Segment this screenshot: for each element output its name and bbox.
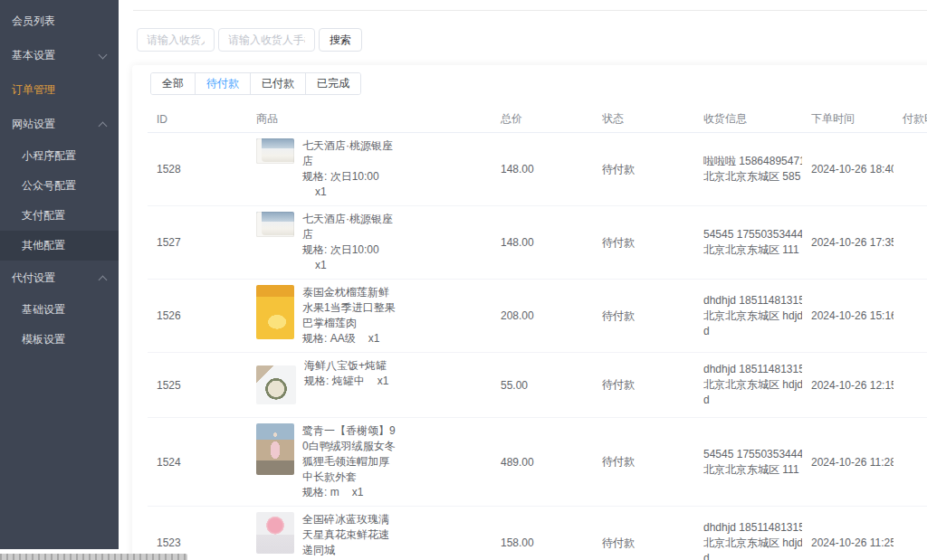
receiver-name-phone: dhdhjd 18511481315 — [703, 293, 802, 308]
sidebar-item-site-settings[interactable]: 网站设置 — [0, 107, 119, 141]
sidebar-item-label: 代付设置 — [12, 271, 55, 286]
receiver-address: 北京北京东城区 585 — [703, 169, 802, 185]
order-time: 2024-10-26 17:35 — [811, 236, 894, 249]
pay-time — [894, 353, 927, 418]
sidebar-item-order-management[interactable]: 订单管理 — [0, 72, 119, 107]
sidebar-item-base-settings[interactable]: 基础设置 — [0, 295, 119, 325]
pay-time — [894, 280, 927, 353]
chevron-up-icon — [99, 122, 108, 131]
tab-pending-payment[interactable]: 待付款 — [195, 73, 250, 94]
product-qty: x1 — [377, 374, 389, 389]
product-title: 泰国金枕榴莲新鲜水果1当季进口整果巴掌榴莲肉 — [302, 286, 396, 329]
sidebar-item-label: 基本设置 — [12, 48, 55, 63]
product-image — [256, 138, 294, 164]
order-id: 1526 — [148, 280, 247, 353]
product-qty: x1 — [315, 185, 327, 200]
order-price: 158.00 — [492, 507, 593, 560]
sidebar-item-label: 模板设置 — [22, 332, 65, 347]
order-price: 208.00 — [492, 280, 593, 353]
order-time: 2024-10-26 12:15 — [811, 379, 894, 392]
order-time: 2024-10-26 15:16 — [811, 309, 894, 322]
product-image — [256, 365, 296, 404]
sidebar: 会员列表 基本设置 订单管理 网站设置 小程序配置 公众号配置 支付配置 其他配… — [0, 0, 119, 549]
pay-time — [894, 418, 927, 507]
product-image — [256, 285, 294, 339]
product-title: 全国碎冰蓝玫瑰满天星真花束鲜花速递同城 — [302, 513, 389, 556]
browser-status-bar — [0, 554, 187, 560]
receiver-address: 北京北京东城区 hdjdjd — [703, 536, 802, 560]
table-row: 1524 鹭青一【香榭颂】90白鸭绒羽绒服女冬狐狸毛领连帽加厚中长款外套 规格:… — [148, 418, 927, 507]
pay-time — [894, 133, 927, 206]
receiver-name-phone: 54545 17550353444 — [703, 447, 802, 462]
table-header-row: ID 商品 总价 状态 收货信息 下单时间 付款时间 — [148, 106, 927, 133]
receiver-name-phone: dhdhjd 18511481315 — [703, 520, 802, 536]
sidebar-item-payment-config[interactable]: 支付配置 — [0, 201, 119, 231]
sidebar-item-label: 基础设置 — [22, 302, 65, 318]
receiver-address: 北京北京东城区 111 — [703, 462, 802, 478]
product-title: 鹭青一【香榭颂】90白鸭绒羽绒服女冬狐狸毛领连帽加厚中长款外套 — [302, 424, 396, 483]
sidebar-item-label: 支付配置 — [22, 208, 65, 223]
product-spec: 规格: 炖罐中 — [304, 375, 365, 387]
order-status: 待付款 — [593, 418, 694, 507]
receiver-name-phone: dhdhjd 18511481315 — [703, 362, 802, 377]
search-button[interactable]: 搜索 — [319, 28, 362, 52]
tab-paid[interactable]: 已付款 — [250, 73, 305, 94]
table-row: 1526 泰国金枕榴莲新鲜水果1当季进口整果巴掌榴莲肉 规格: AA级x1 20… — [148, 280, 927, 353]
header-price: 总价 — [492, 106, 593, 133]
order-id: 1527 — [148, 206, 247, 280]
sidebar-item-official-account-config[interactable]: 公众号配置 — [0, 171, 119, 201]
sidebar-item-label: 网站设置 — [12, 117, 55, 132]
sidebar-item-label: 小程序配置 — [22, 148, 76, 164]
table-row: 1525 海鲜八宝饭+炖罐 规格: 炖罐中x1 55.00 待付款 dhdhjd… — [148, 353, 927, 418]
header-id: ID — [148, 106, 247, 133]
receiver-address: 北京北京东城区 hdjdjd — [703, 308, 802, 339]
header-status: 状态 — [593, 106, 694, 133]
receiver-name-phone: 54545 17550353444 — [703, 227, 802, 242]
header-receiver: 收货信息 — [694, 106, 802, 133]
receiver-name-input[interactable] — [137, 28, 215, 52]
order-id: 1523 — [148, 507, 247, 560]
order-status: 待付款 — [593, 280, 694, 353]
receiver-name-phone: 啦啦啦 15864895471 — [703, 154, 802, 169]
product-title: 海鲜八宝饭+炖罐 — [304, 359, 387, 372]
product-spec: 规格: AA级 — [302, 332, 356, 345]
sidebar-item-member-list[interactable]: 会员列表 — [0, 4, 119, 38]
product-spec: 规格: 次日10:00 — [302, 170, 379, 183]
receiver-phone-input[interactable] — [218, 28, 315, 52]
sidebar-item-miniprogram-config[interactable]: 小程序配置 — [0, 141, 119, 171]
sidebar-item-label: 公众号配置 — [22, 178, 76, 194]
product-title: 七天酒店·桃源银座店 — [302, 213, 393, 241]
sidebar-item-basic-settings[interactable]: 基本设置 — [0, 38, 119, 72]
receiver-address: 北京北京东城区 111 — [703, 242, 802, 258]
top-divider — [133, 10, 927, 11]
header-product: 商品 — [247, 106, 492, 133]
order-price: 148.00 — [492, 206, 593, 280]
pay-time — [894, 507, 927, 560]
order-time: 2024-10-26 11:28 — [811, 456, 894, 469]
pay-time — [894, 206, 927, 280]
status-tabs: 全部 待付款 已付款 已完成 — [150, 72, 361, 95]
header-pay-time: 付款时间 — [894, 106, 927, 133]
tab-completed[interactable]: 已完成 — [305, 73, 360, 94]
sidebar-item-label: 其他配置 — [22, 238, 65, 253]
product-image — [256, 423, 294, 475]
search-toolbar: 搜索 — [137, 28, 362, 52]
product-qty: x1 — [368, 331, 380, 346]
header-order-time: 下单时间 — [802, 106, 894, 133]
sidebar-item-label: 订单管理 — [12, 82, 55, 98]
product-title: 七天酒店·桃源银座店 — [302, 139, 393, 167]
order-status: 待付款 — [593, 133, 694, 206]
sidebar-item-template-settings[interactable]: 模板设置 — [0, 325, 119, 355]
product-image — [256, 212, 294, 237]
product-spec: 规格: m — [302, 486, 339, 498]
tab-all[interactable]: 全部 — [151, 73, 195, 94]
order-status: 待付款 — [593, 206, 694, 280]
orders-card: 全部 待付款 已付款 已完成 ID 商品 总价 状态 收货信息 下单时间 付款时… — [132, 65, 927, 560]
order-status: 待付款 — [593, 353, 694, 418]
order-price: 55.00 — [492, 353, 593, 418]
order-id: 1528 — [148, 133, 247, 206]
table-row: 1523 全国碎冰蓝玫瑰满天星真花束鲜花速递同城 规格: 大x1 158.00 … — [148, 507, 927, 560]
order-id: 1524 — [148, 418, 247, 507]
sidebar-item-daifu-settings[interactable]: 代付设置 — [0, 261, 119, 295]
sidebar-item-other-config[interactable]: 其他配置 — [0, 231, 119, 261]
